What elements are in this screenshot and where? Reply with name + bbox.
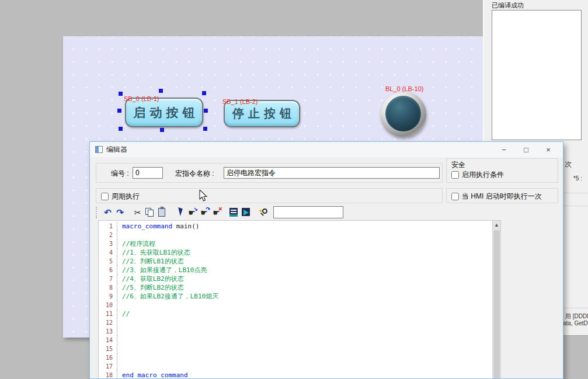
start-button-label: 启动按钮 <box>130 105 199 121</box>
dialog-titlebar[interactable]: 编辑器 − □ × <box>90 142 563 157</box>
lamp-object[interactable] <box>381 92 426 137</box>
vertical-scrollbar[interactable]: ▲ <box>492 221 500 379</box>
code-line[interactable]: 18end macro_command <box>99 371 492 379</box>
partial-text-4: ata, GetD <box>563 320 588 326</box>
code-text <box>117 318 122 327</box>
line-number: 2 <box>99 231 117 239</box>
code-line[interactable]: 8//5、判断LB2的状态 <box>99 283 492 292</box>
scrollbar-thumb[interactable] <box>493 230 500 379</box>
window-icon <box>95 146 103 153</box>
code-line[interactable]: 5//2、判断LB1的状态 <box>99 257 492 266</box>
build-icon[interactable] <box>240 206 252 218</box>
toolbar-grip <box>96 207 99 218</box>
stop-button-label: 停止按钮 <box>228 106 295 121</box>
code-text <box>117 336 122 345</box>
undo-icon[interactable]: ↶ <box>102 206 114 218</box>
code-text: //5、判断LB2的状态 <box>117 283 184 292</box>
compile-message-box[interactable] <box>492 10 582 140</box>
number-label: 编号 : <box>111 169 129 179</box>
code-text <box>117 327 122 336</box>
code-line[interactable]: 17 <box>99 362 492 371</box>
toolbar-search-input[interactable] <box>273 206 343 218</box>
macro-name-input[interactable] <box>224 167 440 179</box>
line-number: 5 <box>99 257 117 266</box>
periodic-label: 周期执行 <box>112 192 140 201</box>
enable-condition-checkbox[interactable] <box>451 171 459 179</box>
pointer-icon[interactable] <box>173 206 186 218</box>
selection-handle[interactable] <box>117 109 121 113</box>
paste-icon[interactable] <box>156 206 168 218</box>
code-line[interactable]: 16 <box>99 353 492 362</box>
selection-handle[interactable] <box>119 92 123 96</box>
code-text: //6、如果LB2接通了，LB10熄灭 <box>117 292 218 301</box>
code-editor: 1macro_command main()23//程序流程4//1、先获取LB1… <box>98 220 501 379</box>
startup-label: 当 HMI 启动时即执行一次 <box>462 192 542 201</box>
code-line[interactable]: 15 <box>99 345 492 353</box>
code-line[interactable]: 9//6、如果LB2接通了，LB10熄灭 <box>99 292 492 301</box>
code-line[interactable]: 4//1、先获取LB1的状态 <box>99 248 492 257</box>
line-number: 3 <box>99 239 117 248</box>
redo-icon[interactable]: ↷ <box>114 206 126 218</box>
startup-checkbox[interactable] <box>451 193 459 200</box>
line-number: 8 <box>99 283 117 292</box>
separator-line <box>563 206 588 206</box>
code-line[interactable]: 1macro_command main() <box>99 222 492 231</box>
line-number: 14 <box>99 336 117 345</box>
startup-group: 当 HMI 启动时即执行一次 <box>446 188 558 203</box>
step-into-icon[interactable]: ☛↘ <box>186 206 198 218</box>
code-text <box>117 231 122 239</box>
code-line[interactable]: 10 <box>99 301 492 310</box>
code-line[interactable]: 14 <box>99 336 492 345</box>
line-number: 17 <box>99 362 117 371</box>
line-number: 10 <box>99 301 117 310</box>
stop-button-id-label: SB_1 (LB-2) <box>222 98 258 105</box>
close-button[interactable]: × <box>537 142 559 157</box>
code-line[interactable]: 7//4、获取LB2的状态 <box>99 274 492 283</box>
copy-icon[interactable] <box>144 206 156 218</box>
partial-text-2: *5 : <box>573 175 582 182</box>
code-line[interactable]: 2 <box>99 231 492 239</box>
selection-handle[interactable] <box>159 89 163 93</box>
code-area[interactable]: 1macro_command main()23//程序流程4//1、先获取LB1… <box>99 221 492 379</box>
scroll-up-arrow[interactable]: ▲ <box>493 221 500 230</box>
selection-handle[interactable] <box>203 127 207 131</box>
line-number: 18 <box>99 371 117 379</box>
code-line[interactable]: 12 <box>99 318 492 327</box>
code-text <box>117 362 122 371</box>
code-line[interactable]: 3//程序流程 <box>99 239 492 248</box>
enable-condition-row: 启用执行条件 <box>451 170 504 180</box>
macro-number-input[interactable] <box>133 167 163 179</box>
code-line[interactable]: 11// <box>99 310 492 318</box>
periodic-checkbox[interactable] <box>101 193 109 200</box>
startup-row: 当 HMI 启动时即执行一次 <box>451 192 542 201</box>
compile-status-text: 已编译成功 <box>492 1 524 10</box>
code-text <box>117 301 122 310</box>
periodic-row: 周期执行 <box>101 192 140 201</box>
minimize-button[interactable]: − <box>493 142 515 157</box>
step-over-icon[interactable]: ☛↷ <box>198 206 210 218</box>
code-line[interactable]: 6//3、如果接通了，LB10点亮 <box>99 266 492 274</box>
cut-icon[interactable]: ✂ <box>131 206 144 218</box>
compile-icon[interactable] <box>228 206 240 218</box>
selection-handle[interactable] <box>204 109 208 113</box>
line-number: 12 <box>99 318 117 327</box>
id-name-group: 编号 : 宏指令名称 : <box>96 163 443 183</box>
selection-handle[interactable] <box>160 128 164 132</box>
code-text: end macro_command <box>117 371 188 379</box>
enable-condition-label: 启用执行条件 <box>462 170 504 180</box>
code-text: //程序流程 <box>117 239 155 248</box>
stop-debug-icon[interactable]: ☛✕ <box>210 206 222 218</box>
selection-handle[interactable] <box>202 91 206 95</box>
line-number: 16 <box>99 353 117 362</box>
line-number: 11 <box>99 310 117 318</box>
code-text <box>117 353 122 362</box>
line-number: 9 <box>99 292 117 301</box>
find-icon[interactable]: ✦ <box>258 206 270 218</box>
lamp-face <box>385 96 421 131</box>
maximize-button[interactable]: □ <box>515 142 537 157</box>
selection-handle[interactable] <box>119 127 123 131</box>
code-text: //2、判断LB1的状态 <box>117 257 184 266</box>
code-text: //1、先获取LB1的状态 <box>117 248 190 257</box>
dialog-title: 编辑器 <box>106 145 127 155</box>
code-line[interactable]: 13 <box>99 327 492 336</box>
